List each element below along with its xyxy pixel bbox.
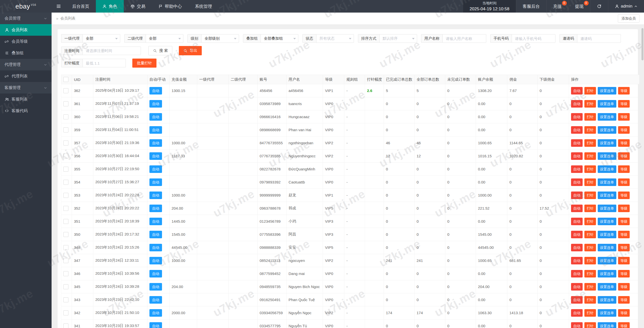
- level-button[interactable]: 等级: [618, 218, 630, 225]
- auto-button[interactable]: 自动: [571, 257, 583, 264]
- level-button[interactable]: 等级: [618, 113, 630, 121]
- row-checkbox[interactable]: [63, 167, 68, 172]
- vertical-scrollbar[interactable]: [641, 28, 643, 60]
- mode-auto-button[interactable]: 自动: [149, 87, 162, 95]
- set-series-button[interactable]: 设置连单: [598, 178, 616, 186]
- auto-button[interactable]: 自动: [571, 192, 583, 199]
- set-series-button[interactable]: 设置连单: [598, 309, 616, 317]
- row-checkbox[interactable]: [63, 114, 68, 119]
- level-button[interactable]: 等级: [618, 231, 630, 238]
- filter-username-input[interactable]: [443, 34, 486, 42]
- filter-agent2-select[interactable]: 全部: [146, 34, 183, 42]
- set-series-button[interactable]: 设置连单: [598, 113, 616, 121]
- mode-auto-button[interactable]: 自动: [149, 165, 162, 173]
- level-button[interactable]: 等级: [618, 100, 630, 108]
- row-checkbox[interactable]: [63, 127, 68, 132]
- row-checkbox[interactable]: [63, 88, 68, 93]
- mode-auto-button[interactable]: 自动: [149, 283, 162, 291]
- auto-button[interactable]: 自动: [571, 309, 583, 317]
- mode-auto-button[interactable]: 自动: [149, 100, 162, 108]
- mode-auto-button[interactable]: 自动: [149, 205, 162, 212]
- row-checkbox[interactable]: [63, 323, 68, 328]
- reg-time-input[interactable]: [83, 47, 141, 55]
- level-button[interactable]: 等级: [618, 270, 630, 277]
- add-member-button[interactable]: 添加会员: [618, 14, 639, 23]
- recharge-link[interactable]: 充值 0: [546, 0, 568, 13]
- row-checkbox[interactable]: [63, 284, 68, 289]
- needle-button[interactable]: 打针: [584, 178, 596, 186]
- set-series-button[interactable]: 设置连单: [598, 322, 616, 328]
- auto-button[interactable]: 自动: [571, 296, 583, 304]
- sidebar-item-1-0[interactable]: 代理列表: [0, 70, 52, 82]
- auto-button[interactable]: 自动: [571, 165, 583, 173]
- row-checkbox[interactable]: [63, 310, 68, 315]
- needle-button[interactable]: 打针: [584, 218, 596, 225]
- set-series-button[interactable]: 设置连单: [598, 192, 616, 199]
- row-checkbox[interactable]: [63, 154, 68, 159]
- sidebar-item-2-1[interactable]: 客服代码: [0, 105, 52, 117]
- mode-auto-button[interactable]: 自动: [149, 152, 162, 160]
- mode-auto-button[interactable]: 自动: [149, 231, 162, 238]
- mode-auto-button[interactable]: 自动: [149, 126, 162, 134]
- set-series-button[interactable]: 设置连单: [598, 270, 616, 277]
- filter-agent1-select[interactable]: 全部: [83, 34, 120, 42]
- row-checkbox[interactable]: [63, 140, 68, 146]
- auto-button[interactable]: 自动: [571, 87, 583, 95]
- level-button[interactable]: 等级: [618, 178, 630, 186]
- needle-button[interactable]: 打针: [584, 296, 596, 304]
- needle-button[interactable]: 打针: [584, 87, 596, 95]
- filter-phone-input[interactable]: [512, 34, 555, 42]
- set-series-button[interactable]: 设置连单: [598, 100, 616, 108]
- auto-button[interactable]: 自动: [571, 178, 583, 186]
- mode-auto-button[interactable]: 自动: [149, 218, 162, 225]
- auto-button[interactable]: 自动: [571, 152, 583, 160]
- mode-auto-button[interactable]: 自动: [149, 244, 162, 251]
- mode-auto-button[interactable]: 自动: [149, 270, 162, 277]
- level-button[interactable]: 等级: [618, 257, 630, 264]
- set-series-button[interactable]: 设置连单: [598, 152, 616, 160]
- nav-item-4[interactable]: 系统管理: [188, 0, 219, 13]
- mode-auto-button[interactable]: 自动: [149, 296, 162, 304]
- needle-button[interactable]: 打针: [584, 231, 596, 238]
- auto-button[interactable]: 自动: [571, 270, 583, 277]
- needle-button[interactable]: 打针: [584, 270, 596, 277]
- search-button[interactable]: 搜 索: [148, 46, 172, 55]
- mode-auto-button[interactable]: 自动: [149, 309, 162, 317]
- needle-button[interactable]: 打针: [584, 126, 596, 134]
- level-button[interactable]: 等级: [618, 139, 630, 147]
- batch-needle-button[interactable]: 批量打针: [132, 59, 156, 68]
- row-checkbox[interactable]: [63, 180, 68, 185]
- set-series-button[interactable]: 设置连单: [598, 244, 616, 251]
- set-series-button[interactable]: 设置连单: [598, 296, 616, 304]
- mode-auto-button[interactable]: 自动: [149, 113, 162, 121]
- admin-menu[interactable]: admin: [608, 0, 644, 13]
- needle-button[interactable]: 打针: [584, 165, 596, 173]
- set-series-button[interactable]: 设置连单: [598, 205, 616, 212]
- auto-button[interactable]: 自动: [571, 100, 583, 108]
- select-all-checkbox[interactable]: [63, 77, 68, 82]
- level-button[interactable]: 等级: [618, 283, 630, 291]
- set-series-button[interactable]: 设置连单: [598, 139, 616, 147]
- row-checkbox[interactable]: [63, 245, 68, 250]
- level-button[interactable]: 等级: [618, 152, 630, 160]
- mode-auto-button[interactable]: 自动: [149, 322, 162, 328]
- needle-button[interactable]: 打针: [584, 257, 596, 264]
- filter-level-select[interactable]: 全部级别: [202, 34, 239, 42]
- auto-button[interactable]: 自动: [571, 322, 583, 328]
- needle-button[interactable]: 打针: [584, 113, 596, 121]
- nav-item-0[interactable]: 后台首页: [66, 0, 96, 13]
- needle-button[interactable]: 打针: [584, 283, 596, 291]
- mode-auto-button[interactable]: 自动: [149, 139, 162, 147]
- sidebar-group-0[interactable]: 会员管理: [0, 13, 52, 24]
- needle-button[interactable]: 打针: [584, 205, 596, 212]
- auto-button[interactable]: 自动: [571, 126, 583, 134]
- row-checkbox[interactable]: [63, 297, 68, 302]
- row-checkbox[interactable]: [63, 101, 68, 106]
- level-button[interactable]: 等级: [618, 87, 630, 95]
- export-button[interactable]: 导出: [179, 46, 202, 55]
- level-button[interactable]: 等级: [618, 205, 630, 212]
- auto-button[interactable]: 自动: [571, 113, 583, 121]
- level-button[interactable]: 等级: [618, 192, 630, 199]
- set-series-button[interactable]: 设置连单: [598, 283, 616, 291]
- needle-button[interactable]: 打针: [584, 152, 596, 160]
